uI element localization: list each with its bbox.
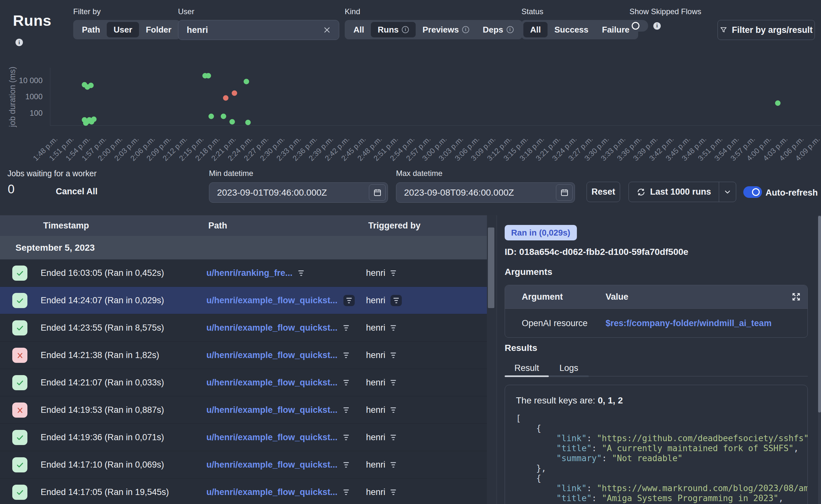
tab-logs[interactable]: Logs — [549, 360, 589, 376]
min-datetime-input[interactable] — [209, 188, 369, 198]
last-runs-dropdown[interactable] — [719, 182, 736, 202]
col-timestamp: Timestamp — [32, 221, 100, 231]
filter-icon[interactable] — [343, 380, 349, 385]
user-filter-label: User — [178, 7, 339, 16]
autorefresh-toggle[interactable] — [743, 186, 762, 198]
panel-scrollbar-thumb[interactable] — [818, 216, 821, 412]
filter-by-option-user[interactable]: User — [107, 22, 139, 37]
table-row[interactable]: Ended 16:03:05 (Ran in 0,452s)u/henri/ra… — [0, 259, 487, 287]
json-line: "title": "A currently maintained fork of… — [516, 443, 797, 453]
run-dot-success[interactable] — [206, 73, 211, 78]
table-row[interactable]: Ended 14:19:36 (Ran in 0,071s)u/henri/ex… — [0, 424, 487, 451]
row-path-link[interactable]: u/henri/ranking_fre... — [206, 268, 292, 278]
filter-icon[interactable] — [390, 435, 396, 440]
argument-value-link[interactable]: $res:f/company-folder/windmill_ai_team — [606, 318, 772, 328]
table-row[interactable]: Ended 14:17:05 (Ran in 19,545s)u/henri/e… — [0, 479, 487, 504]
row-path-link[interactable]: u/henri/example_flow_quickst... — [206, 487, 337, 497]
run-dot-success[interactable] — [91, 117, 96, 122]
runs-info-icon[interactable]: i — [15, 39, 23, 46]
row-path-link[interactable]: u/henri/example_flow_quickst... — [206, 460, 337, 470]
run-dot-success[interactable] — [208, 113, 214, 119]
info-icon[interactable]: i — [507, 26, 514, 33]
status-option-all[interactable]: All — [523, 22, 548, 37]
table-scrollbar-thumb[interactable] — [488, 228, 494, 308]
row-path-link[interactable]: u/henri/example_flow_quickst... — [206, 405, 337, 415]
filter-icon[interactable] — [390, 325, 396, 331]
filter-by-option-path[interactable]: Path — [75, 22, 107, 37]
run-dot-success[interactable] — [243, 79, 249, 84]
filter-icon[interactable] — [390, 353, 396, 358]
run-dot-success[interactable] — [775, 101, 780, 106]
status-option-success[interactable]: Success — [548, 22, 595, 37]
reset-button[interactable]: Reset — [587, 182, 620, 202]
filter-icon[interactable] — [343, 353, 349, 358]
clear-icon[interactable] — [323, 26, 331, 34]
table-row[interactable]: Ended 14:17:10 (Ran in 0,069s)u/henri/ex… — [0, 451, 487, 479]
y-tick-label: 10 000 — [9, 76, 43, 85]
run-dot-success[interactable] — [88, 83, 94, 88]
last-runs-main[interactable]: Last 1000 runs — [629, 182, 719, 202]
filter-icon[interactable] — [390, 489, 396, 495]
run-dot-success[interactable] — [229, 119, 235, 124]
filter-icon[interactable] — [343, 489, 349, 495]
filter-icon[interactable] — [343, 462, 349, 468]
table-row[interactable]: Ended 14:23:55 (Ran in 8,575s)u/henri/ex… — [0, 314, 487, 342]
col-triggered-by: Triggered by — [368, 221, 421, 231]
run-id: ID: 018a654c-d062-fbb2-d100-59fa70df500e — [505, 247, 689, 257]
run-dot-failure[interactable] — [223, 95, 228, 101]
table-row[interactable]: Ended 14:21:07 (Ran in 0,033s)u/henri/ex… — [0, 369, 487, 396]
queue-label: Jobs waiting for a worker — [7, 169, 97, 178]
run-dot-success[interactable] — [245, 120, 250, 125]
expand-icon[interactable] — [791, 292, 801, 302]
results-heading: Results — [505, 343, 537, 353]
row-path-link[interactable]: u/henri/example_flow_quickst... — [206, 323, 337, 333]
filter-icon[interactable] — [393, 298, 399, 303]
filter-by-option-folder[interactable]: Folder — [139, 22, 178, 37]
info-icon[interactable]: i — [402, 26, 409, 33]
table-row[interactable]: Ended 14:21:38 (Ran in 1,82s)u/henri/exa… — [0, 342, 487, 369]
run-dot-failure[interactable] — [231, 91, 237, 96]
max-datetime-label: Max datetime — [396, 169, 575, 178]
row-path-link[interactable]: u/henri/example_flow_quickst... — [206, 296, 337, 305]
row-path-link[interactable]: u/henri/example_flow_quickst... — [206, 432, 337, 442]
row-path-link[interactable]: u/henri/example_flow_quickst... — [206, 350, 337, 360]
success-check-icon — [12, 293, 27, 308]
chart-x-axis — [50, 125, 821, 126]
tab-result[interactable]: Result — [505, 360, 549, 376]
skipped-flows-info-icon[interactable]: i — [653, 22, 661, 30]
filter-icon[interactable] — [346, 298, 352, 303]
max-datetime-calendar-button[interactable] — [556, 184, 573, 201]
min-datetime-label: Min datetime — [209, 169, 388, 178]
cancel-all-button[interactable]: Cancel All — [54, 186, 100, 197]
row-triggered-by: henri — [366, 378, 385, 388]
filter-icon[interactable] — [390, 380, 396, 385]
kind-option-runs[interactable]: Runsi — [371, 22, 416, 37]
status-group: Status AllSuccessFailure — [522, 7, 638, 39]
kind-option-deps[interactable]: Depsi — [476, 22, 521, 37]
json-line: "summary": "Not readable" — [516, 453, 797, 463]
run-dot-success[interactable] — [221, 113, 226, 119]
kind-option-previews[interactable]: Previewsi — [416, 22, 476, 37]
filter-icon[interactable] — [298, 270, 304, 276]
skipped-flows-toggle[interactable] — [630, 20, 648, 32]
filter-args-button[interactable]: Filter by args/result — [718, 20, 815, 40]
min-datetime-calendar-button[interactable] — [369, 184, 386, 201]
filter-icon[interactable] — [390, 270, 396, 276]
x-tick-label: 3:33 p.m. — [584, 135, 627, 177]
filter-by-group: Filter by PathUserFolder — [73, 7, 180, 39]
info-icon[interactable]: i — [462, 26, 469, 33]
row-timestamp: Ended 14:19:36 (Ran in 0,071s) — [41, 432, 164, 442]
result-intro: The result keys are: 0, 1, 2 — [516, 395, 797, 406]
max-datetime-input[interactable] — [396, 188, 556, 198]
filter-icon[interactable] — [343, 435, 349, 440]
filter-icon[interactable] — [343, 325, 349, 331]
row-path-link[interactable]: u/henri/example_flow_quickst... — [206, 378, 337, 388]
filter-icon[interactable] — [390, 462, 396, 468]
x-tick-label: 3:48 p.m. — [666, 135, 708, 177]
table-row[interactable]: Ended 14:19:53 (Ran in 0,887s)u/henri/ex… — [0, 396, 487, 424]
table-row[interactable]: Ended 14:24:07 (Ran in 0,029s)u/henri/ex… — [0, 287, 487, 314]
filter-icon[interactable] — [390, 407, 396, 413]
user-filter-input[interactable] — [178, 25, 323, 35]
filter-icon[interactable] — [343, 407, 349, 413]
kind-option-all[interactable]: All — [347, 22, 371, 37]
